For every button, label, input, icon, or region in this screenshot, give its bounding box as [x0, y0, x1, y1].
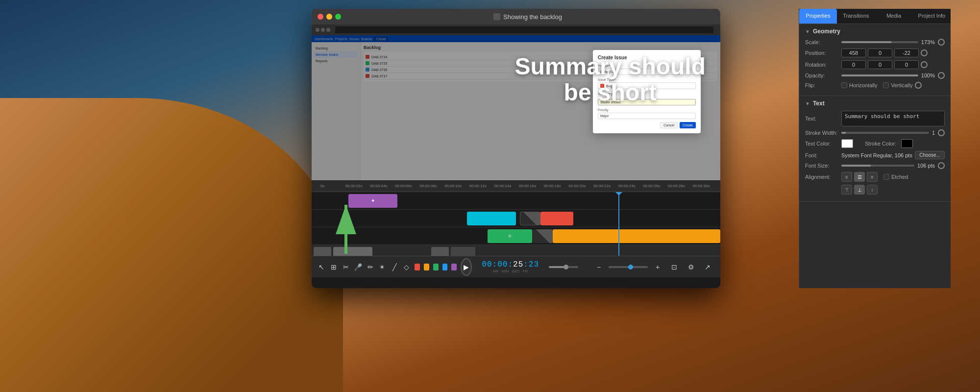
window-icon	[493, 13, 500, 20]
flip-v-checkbox[interactable]	[883, 82, 889, 88]
crop-tool[interactable]: ✂	[342, 260, 350, 274]
clip-green[interactable]: ⊙	[488, 229, 533, 243]
track-row-1: ✦	[312, 192, 720, 210]
position-reset[interactable]	[921, 49, 928, 56]
rot-y-input[interactable]	[868, 60, 892, 69]
playhead[interactable]	[618, 192, 619, 256]
pos-z-input[interactable]	[894, 49, 919, 57]
clip-diagonal-2[interactable]	[532, 229, 553, 243]
text-header: ▼ Text	[805, 100, 945, 107]
stroke-slider[interactable]	[841, 132, 929, 134]
share-button[interactable]: ↗	[701, 260, 714, 274]
color-red[interactable]	[415, 264, 420, 270]
align-left[interactable]: ≡	[841, 172, 852, 182]
draw-tool[interactable]: ✏	[366, 260, 374, 274]
flip-reset[interactable]	[915, 82, 922, 89]
tab-properties[interactable]: Properties	[799, 9, 837, 24]
minimize-button[interactable]	[326, 14, 332, 20]
color-orange[interactable]	[424, 264, 429, 270]
create-button[interactable]: Create	[680, 122, 696, 128]
opacity-reset[interactable]	[938, 72, 945, 79]
panel-tabs: Properties Transitions Media Project Inf…	[799, 9, 951, 24]
zoom-out-button[interactable]: −	[592, 260, 606, 274]
line-tool[interactable]: ╱	[391, 260, 399, 274]
browser-min[interactable]	[321, 28, 325, 32]
tc-min-label: MIN	[502, 269, 509, 273]
etched-checkbox[interactable]	[883, 174, 889, 180]
align-middle[interactable]: ⊥	[854, 185, 865, 195]
text-value-row: Text: Summary should be short	[805, 111, 945, 126]
color-purple[interactable]	[451, 264, 457, 270]
rot-z-input[interactable]	[894, 60, 919, 69]
ruler-marks: 0s 00:00:02s 00:00:04s 00:00:06s 00:00:0…	[319, 184, 716, 188]
mark-22: 00:00:22s	[592, 184, 617, 188]
volume-slider[interactable]	[549, 266, 578, 268]
stroke-color-swatch[interactable]	[901, 139, 913, 148]
arrow-tool[interactable]: ↖	[318, 260, 326, 274]
star-tool[interactable]: ✴	[378, 260, 387, 274]
tc-hr-label: HR	[493, 269, 499, 273]
audio-tool[interactable]: 🎤	[354, 260, 362, 274]
mark-16: 00:00:16s	[518, 184, 543, 188]
settings-button[interactable]: ⚙	[684, 260, 698, 274]
annotation-line2: be short	[515, 80, 706, 106]
blade-tool[interactable]: ◇	[403, 260, 411, 274]
timecode-display: 00:00:25:23 HR MIN SEC FR	[476, 260, 545, 273]
color-green[interactable]	[433, 264, 439, 270]
zoom-slider[interactable]	[609, 266, 648, 268]
cancel-button[interactable]: Cancel	[660, 122, 678, 128]
tab-project-info[interactable]: Project Info	[913, 9, 951, 24]
scale-slider-container: 173%	[841, 39, 945, 46]
clip-transition[interactable]	[520, 212, 540, 225]
stroke-reset[interactable]	[938, 129, 945, 136]
font-size-value: 106 pts	[917, 163, 935, 169]
clip-yellow[interactable]	[553, 229, 720, 243]
choose-font-button[interactable]: Choose...	[915, 151, 945, 159]
clip-cyan[interactable]	[467, 212, 516, 225]
mark-6: 00:00:06s	[394, 184, 419, 188]
flip-h-checkbox[interactable]	[841, 82, 847, 88]
close-button[interactable]	[318, 14, 323, 20]
browser-url-bar[interactable]	[335, 26, 713, 33]
thumb-3	[431, 247, 449, 256]
scale-slider[interactable]	[841, 41, 918, 43]
scale-reset[interactable]	[938, 39, 945, 46]
v-alignment: ⊤ ⊥ ↕	[841, 185, 878, 195]
flip-h-label: Horizontally	[849, 82, 877, 88]
clip-red[interactable]	[540, 212, 573, 225]
stroke-color-label: Stroke Color:	[865, 141, 899, 147]
font-size-slider[interactable]	[841, 165, 914, 167]
text-color-swatch[interactable]	[841, 139, 853, 148]
font-size-label: Font Size:	[805, 163, 839, 169]
tab-media[interactable]: Media	[875, 9, 913, 24]
geometry-triangle[interactable]: ▼	[805, 29, 810, 34]
play-button[interactable]: ▶	[461, 258, 472, 276]
alignment-label: Alignment:	[805, 174, 839, 180]
font-size-reset[interactable]	[938, 162, 945, 169]
mark-18: 00:00:18s	[543, 184, 568, 188]
fit-button[interactable]: ⊡	[667, 260, 681, 274]
text-triangle[interactable]: ▼	[805, 101, 810, 106]
opacity-slider[interactable]	[841, 74, 918, 76]
scale-label: Scale:	[805, 39, 839, 45]
browser-max[interactable]	[326, 28, 330, 32]
pos-y-input[interactable]	[868, 49, 892, 57]
text-input[interactable]: Summary should be short	[841, 111, 945, 126]
zoom-in-button[interactable]: +	[651, 260, 664, 274]
rotation-reset[interactable]	[921, 61, 928, 68]
align-center[interactable]: ☰	[854, 172, 865, 182]
fullscreen-button[interactable]	[335, 14, 341, 20]
align-top[interactable]: ⊤	[841, 185, 852, 195]
color-blue[interactable]	[442, 264, 448, 270]
pos-x-input[interactable]	[841, 49, 866, 57]
transform-tool[interactable]: ⊞	[330, 260, 338, 274]
browser-close[interactable]	[316, 28, 319, 32]
track-row-3: ⊙	[312, 227, 720, 245]
timecode-labels: HR MIN SEC FR	[493, 269, 528, 273]
priority-input[interactable]: Major	[598, 113, 696, 119]
rot-x-input[interactable]	[841, 60, 866, 69]
tab-transitions[interactable]: Transitions	[837, 9, 875, 24]
align-right[interactable]: ≡	[867, 172, 878, 182]
alignment-controls: ≡ ☰ ≡ Etched	[841, 172, 908, 182]
align-bottom[interactable]: ↕	[867, 185, 878, 195]
